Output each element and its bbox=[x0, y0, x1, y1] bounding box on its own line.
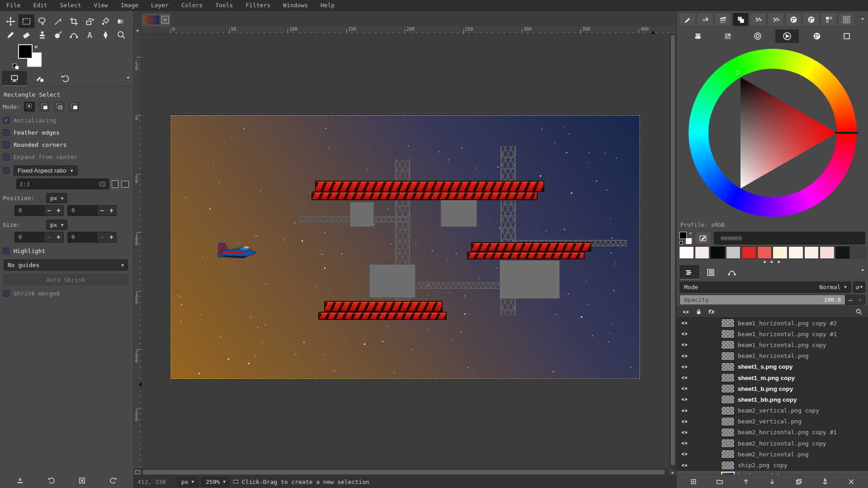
layer-row[interactable]: beam2_vertical.png copy bbox=[677, 405, 868, 416]
subtract-mode-button[interactable] bbox=[54, 102, 65, 112]
layer-visibility-icon[interactable] bbox=[677, 331, 692, 337]
auto-shrink-button[interactable]: Auto Shrink bbox=[4, 274, 128, 285]
clear-input-icon[interactable]: ✕ bbox=[99, 181, 106, 187]
palette-swatch[interactable] bbox=[820, 246, 835, 259]
fixed-checkbox[interactable] bbox=[3, 167, 9, 174]
device-status-tab[interactable]: i bbox=[27, 71, 52, 86]
shrink-merged-checkbox[interactable] bbox=[3, 290, 9, 297]
paths-tool[interactable] bbox=[66, 28, 82, 42]
layer-row[interactable]: sheet1_bb.png copy bbox=[677, 394, 868, 405]
horizontal-scrollbar[interactable] bbox=[142, 469, 669, 475]
highlight-checkbox[interactable] bbox=[3, 248, 9, 254]
navigation-button[interactable]: ✥ bbox=[669, 469, 676, 475]
position-x-increment[interactable]: + bbox=[54, 206, 63, 216]
image-tab[interactable]: ✕ bbox=[141, 13, 171, 26]
palette-swatch[interactable] bbox=[741, 246, 756, 259]
duplicate-layer-button[interactable] bbox=[790, 476, 808, 487]
default-colors-icon-bg[interactable] bbox=[15, 66, 19, 70]
smudge-tool[interactable] bbox=[50, 28, 66, 42]
pattern-b-tab[interactable] bbox=[768, 13, 784, 26]
aspect-ratio-input[interactable]: 1:1 ✕ bbox=[16, 178, 109, 189]
saturation-value-triangle[interactable] bbox=[708, 69, 837, 197]
layer-mode-dropdown[interactable]: Mode Normal▼ bbox=[679, 282, 851, 293]
layer-visibility-icon[interactable] bbox=[677, 463, 692, 468]
images-tab[interactable] bbox=[838, 13, 854, 26]
raise-layer-button[interactable] bbox=[737, 476, 755, 487]
cmy-selector-tab[interactable]: CY bbox=[716, 29, 740, 43]
position-unit-dropdown[interactable]: px▼ bbox=[46, 193, 67, 203]
hue-ring[interactable] bbox=[689, 49, 857, 217]
watercolor-selector-tab[interactable] bbox=[746, 29, 769, 43]
size-height-increment[interactable]: + bbox=[107, 232, 116, 242]
channels-tab[interactable] bbox=[701, 265, 721, 280]
size-width-decrement[interactable]: − bbox=[44, 232, 54, 242]
menu-item-help[interactable]: Help bbox=[314, 0, 341, 10]
replace-mode-button[interactable] bbox=[24, 102, 35, 112]
menu-item-image[interactable]: Image bbox=[114, 0, 145, 10]
layers-dock-menu-button[interactable]: ◀ bbox=[859, 267, 865, 273]
menu-item-view[interactable]: View bbox=[88, 0, 114, 10]
layer-row[interactable]: beam2_horizontal.png bbox=[677, 449, 868, 460]
palette-swatch[interactable] bbox=[804, 246, 819, 259]
layer-row[interactable]: sheet1_m.png copy bbox=[677, 372, 868, 383]
layer-row[interactable]: beam2_horizontal.png copy #1 bbox=[677, 427, 868, 438]
gradient-tool[interactable] bbox=[113, 14, 129, 28]
position-y-increment[interactable]: + bbox=[107, 206, 116, 216]
layer-visibility-icon[interactable] bbox=[677, 430, 692, 435]
layer-row[interactable]: beam1_horizontal.png copy bbox=[677, 339, 868, 350]
wheel-selector-tab[interactable] bbox=[775, 29, 799, 43]
colors-tab[interactable] bbox=[732, 13, 749, 26]
save-tool-preset-button[interactable] bbox=[16, 477, 24, 486]
text-tool[interactable]: A bbox=[82, 28, 98, 42]
quick-mask-toggle[interactable] bbox=[134, 469, 142, 475]
layer-visibility-icon[interactable] bbox=[677, 353, 692, 359]
canvas-viewport[interactable] bbox=[142, 34, 670, 469]
easel-selector-tab[interactable] bbox=[835, 29, 859, 43]
layer-row[interactable]: beam1_horizontal.png copy #1 bbox=[677, 328, 868, 339]
palette-swatch[interactable] bbox=[726, 246, 741, 259]
unit-dropdown[interactable]: px▼ bbox=[177, 477, 198, 487]
ruler-origin-button[interactable]: ▶ bbox=[134, 26, 142, 34]
menu-item-colors[interactable]: Colors bbox=[175, 0, 209, 10]
size-width-increment[interactable]: + bbox=[54, 232, 63, 242]
menu-item-filters[interactable]: Filters bbox=[239, 0, 277, 10]
menu-item-edit[interactable]: Edit bbox=[27, 0, 53, 10]
opacity-decrement[interactable]: − bbox=[845, 295, 855, 305]
palette-a-tab[interactable] bbox=[785, 13, 802, 26]
palette-swatch[interactable] bbox=[773, 246, 788, 259]
expand-from-center-checkbox[interactable] bbox=[3, 154, 9, 160]
position-x-decrement[interactable]: − bbox=[44, 206, 54, 216]
edit-color-button[interactable] bbox=[695, 232, 711, 244]
mode-reset-button[interactable]: ↺▼ bbox=[853, 282, 865, 293]
zoom-dropdown[interactable]: 259%▼ bbox=[202, 477, 230, 487]
effects-filter-icon[interactable]: fx bbox=[708, 309, 714, 315]
menu-item-select[interactable]: Select bbox=[54, 0, 88, 10]
layer-visibility-icon[interactable] bbox=[677, 408, 692, 413]
fuzzy-select-tool[interactable] bbox=[50, 14, 66, 28]
horizontal-scrollbar-thumb[interactable] bbox=[143, 470, 665, 474]
palette-swatch[interactable] bbox=[679, 246, 694, 259]
visibility-filter-icon[interactable] bbox=[682, 309, 689, 315]
rounded-corners-checkbox[interactable] bbox=[3, 141, 9, 148]
fg-mini[interactable] bbox=[679, 232, 687, 239]
intersect-mode-button[interactable] bbox=[69, 102, 80, 112]
position-x-input[interactable]: 0 bbox=[14, 205, 44, 216]
add-mode-button[interactable] bbox=[39, 102, 50, 112]
new-layer-button[interactable] bbox=[684, 476, 703, 487]
swap-colors-icon[interactable]: ⇄ bbox=[34, 43, 38, 50]
color-marker[interactable] bbox=[736, 70, 740, 75]
landscape-orientation-button[interactable] bbox=[121, 181, 129, 188]
dock-menu-button[interactable]: ◀ bbox=[125, 74, 131, 80]
size-unit-dropdown[interactable]: px▼ bbox=[46, 220, 67, 230]
default-colors-mini[interactable] bbox=[679, 241, 683, 244]
reset-tool-options-button[interactable] bbox=[109, 477, 117, 486]
pencil-tool[interactable] bbox=[3, 28, 19, 42]
layer-row[interactable]: sheet1_s.png copy bbox=[677, 361, 868, 372]
portrait-orientation-button[interactable] bbox=[112, 180, 118, 188]
fonts-tab[interactable]: ab bbox=[697, 13, 713, 26]
palette-swatch[interactable] bbox=[835, 246, 850, 259]
guides-dropdown[interactable]: No guides▼ bbox=[4, 259, 128, 271]
paths-tab[interactable] bbox=[722, 265, 742, 280]
layer-row[interactable]: beam1_horizontal.png bbox=[677, 351, 868, 361]
palette-swatch[interactable] bbox=[757, 246, 772, 259]
